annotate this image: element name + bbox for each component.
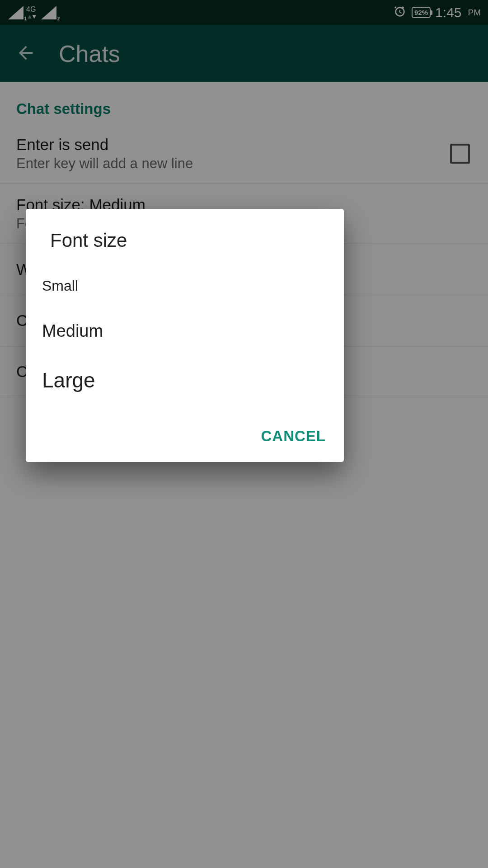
dialog-actions: CANCEL: [26, 420, 344, 458]
font-option-large[interactable]: Large: [42, 354, 328, 406]
dialog-options: Small Medium Large: [26, 264, 344, 420]
font-option-medium[interactable]: Medium: [42, 308, 328, 354]
font-size-dialog: Font size Small Medium Large CANCEL: [26, 209, 344, 462]
cancel-button[interactable]: CANCEL: [261, 428, 326, 445]
font-option-small[interactable]: Small: [42, 264, 328, 308]
dialog-title: Font size: [26, 209, 344, 264]
